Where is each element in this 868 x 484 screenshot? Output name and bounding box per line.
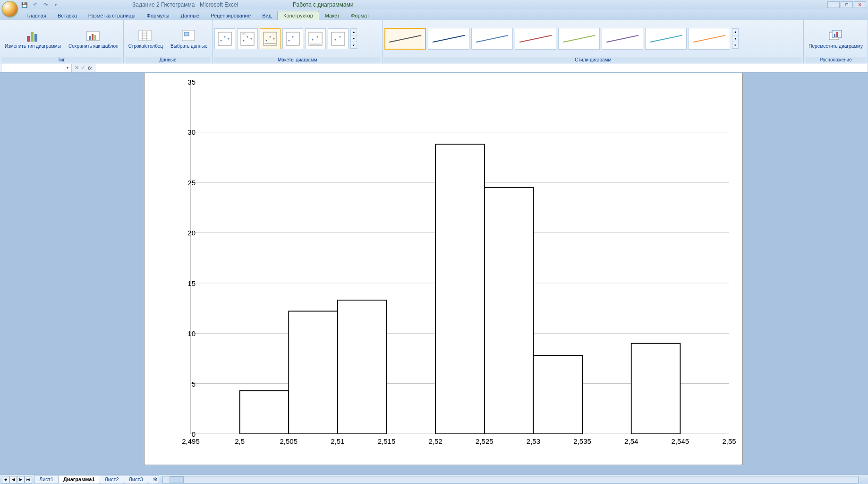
chart-style-1[interactable] <box>384 28 426 50</box>
svg-rect-27 <box>309 32 322 45</box>
x-tick-label: 2,515 <box>378 437 396 445</box>
y-tick-label: 5 <box>177 380 196 388</box>
tab-home[interactable]: Главная <box>21 11 52 20</box>
svg-rect-63 <box>485 188 534 434</box>
title-bar: 💾 ↶ ↷ ▼ Задание 2 Гистограмма - Microsof… <box>0 0 868 9</box>
group-location-label: Расположение <box>806 57 866 63</box>
minimize-button[interactable]: ─ <box>827 1 840 8</box>
tab-data[interactable]: Данные <box>175 11 205 20</box>
move-chart-button[interactable]: Переместить диаграмму <box>806 28 866 50</box>
svg-point-20 <box>266 40 267 42</box>
scrollbar-thumb[interactable] <box>170 476 184 483</box>
sheet-next-button[interactable]: ▶ <box>17 476 25 484</box>
svg-point-17 <box>251 38 252 40</box>
svg-rect-37 <box>836 32 838 37</box>
x-tick-label: 2,52 <box>429 437 443 445</box>
cancel-icon[interactable]: ✕ <box>75 65 79 71</box>
tab-formulas[interactable]: Формулы <box>141 11 175 20</box>
svg-rect-18 <box>242 33 246 35</box>
x-tick-label: 2,525 <box>476 437 494 445</box>
name-box[interactable]: ▼ <box>1 64 72 72</box>
tab-format[interactable]: Формат <box>345 11 375 20</box>
sheet-prev-button[interactable]: ◀ <box>9 476 17 484</box>
maximize-button[interactable]: □ <box>841 1 853 8</box>
svg-point-33 <box>340 36 341 38</box>
layout-preset-6[interactable] <box>328 28 349 49</box>
svg-rect-60 <box>289 311 338 434</box>
chart-style-4[interactable] <box>515 28 556 50</box>
chart-style-6[interactable] <box>602 28 643 50</box>
formula-input[interactable] <box>95 64 868 72</box>
layout-preset-2[interactable] <box>237 28 258 49</box>
undo-icon[interactable]: ↶ <box>31 1 39 9</box>
svg-rect-65 <box>631 343 681 434</box>
svg-rect-64 <box>533 355 582 434</box>
sheet-tab-chart[interactable]: Диаграмма1 <box>58 475 100 484</box>
svg-point-16 <box>247 36 248 38</box>
save-template-label: Сохранить как шаблон <box>68 43 119 49</box>
chart-style-8[interactable] <box>689 28 730 50</box>
sheet-tab-2[interactable]: Лист2 <box>100 475 124 484</box>
group-chart-layouts: ▲▼▾ Макеты диаграмм <box>213 20 383 63</box>
switch-icon <box>138 29 153 43</box>
style-gallery-scroll[interactable]: ▲▼▾ <box>732 28 739 49</box>
svg-rect-36 <box>834 34 835 37</box>
chart-object[interactable]: 051015202530352,4952,52,5052,512,5152,52… <box>144 73 743 465</box>
tab-page-layout[interactable]: Разметка страницы <box>83 11 141 20</box>
redo-icon[interactable]: ↷ <box>42 1 49 9</box>
office-button[interactable] <box>2 1 18 17</box>
tab-design[interactable]: Конструктор <box>277 11 319 20</box>
switch-row-col-button[interactable]: Строка/столбец <box>126 28 166 50</box>
layout-preset-3[interactable] <box>260 28 281 49</box>
quick-access-toolbar: 💾 ↶ ↷ ▼ <box>21 1 60 9</box>
chart-style-7[interactable] <box>645 28 687 50</box>
group-type-label: Тип <box>2 57 121 63</box>
sheet-tab-3[interactable]: Лист3 <box>124 475 148 484</box>
svg-point-22 <box>273 38 275 40</box>
change-chart-type-button[interactable]: Изменить тип диаграммы <box>2 28 64 50</box>
save-as-template-button[interactable]: Сохранить как шаблон <box>66 28 121 50</box>
workspace: 051015202530352,4952,52,5052,512,5152,52… <box>0 73 868 475</box>
select-data-label: Выбрать данные <box>170 43 207 49</box>
new-sheet-button[interactable]: ✻ <box>148 475 159 484</box>
tab-view[interactable]: Вид <box>256 11 277 20</box>
enter-icon[interactable]: ✓ <box>81 65 85 71</box>
svg-rect-9 <box>184 32 189 36</box>
fx-label[interactable]: fx <box>88 65 92 71</box>
y-tick-label: 30 <box>177 128 196 136</box>
group-data: Строка/столбец Выбрать данные Данные <box>124 20 213 63</box>
chart-style-5[interactable] <box>558 28 600 50</box>
chart-style-2[interactable] <box>428 28 469 50</box>
layout-preset-4[interactable] <box>282 28 303 49</box>
change-chart-type-label: Изменить тип диаграммы <box>5 43 61 49</box>
tab-review[interactable]: Рецензирование <box>205 11 256 20</box>
chart-style-3[interactable] <box>471 28 513 50</box>
layout-preset-1[interactable] <box>214 28 235 49</box>
move-chart-label: Переместить диаграмму <box>808 43 863 49</box>
x-tick-label: 2,53 <box>527 437 540 445</box>
svg-rect-61 <box>338 300 387 434</box>
y-tick-label: 20 <box>177 229 196 237</box>
y-tick-label: 25 <box>177 178 196 186</box>
svg-rect-0 <box>27 36 30 42</box>
svg-rect-2 <box>34 34 37 42</box>
group-data-label: Данные <box>126 57 211 63</box>
plot-area[interactable]: 051015202530352,4952,52,5052,512,5152,52… <box>172 82 729 434</box>
svg-point-21 <box>270 36 271 38</box>
layout-preset-5[interactable] <box>305 28 326 49</box>
close-button[interactable]: ✕ <box>854 1 866 8</box>
tab-chart-layout[interactable]: Макет <box>319 11 345 20</box>
x-tick-label: 2,51 <box>331 437 344 445</box>
select-data-button[interactable]: Выбрать данные <box>168 28 210 50</box>
save-icon[interactable]: 💾 <box>21 1 28 9</box>
layout-gallery-scroll[interactable]: ▲▼▾ <box>350 28 357 49</box>
sheet-first-button[interactable]: ⏮ <box>2 476 9 484</box>
qat-dropdown-icon[interactable]: ▼ <box>52 1 60 9</box>
y-tick-label: 10 <box>177 329 196 337</box>
sheet-last-button[interactable]: ⏭ <box>25 476 32 484</box>
horizontal-scrollbar[interactable] <box>162 476 859 484</box>
select-data-icon <box>181 29 196 43</box>
tab-insert[interactable]: Вставка <box>52 11 83 20</box>
svg-rect-59 <box>240 390 289 434</box>
sheet-tab-1[interactable]: Лист1 <box>34 475 59 484</box>
